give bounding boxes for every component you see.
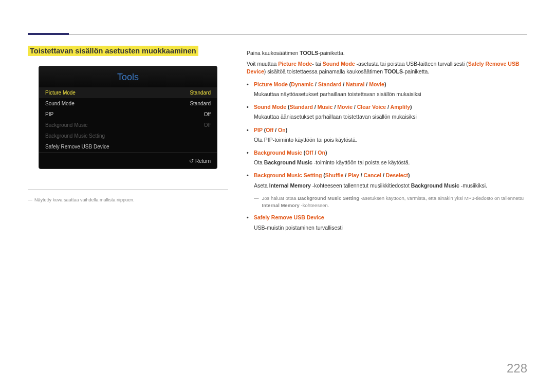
t: Off [305,150,313,156]
t: / [273,127,278,133]
dash-body: Jos haluat ottaa Background Music Settin… [262,195,528,209]
bullet-bg-music-setting: • Background Music Setting (Shuffle / Pl… [247,172,527,179]
sub-text: Ota Background Music -toiminto käyttöön … [254,159,527,166]
bullet-safely-remove: • Safely Remove USB Device [247,214,527,221]
bullet-sound-mode: • Sound Mode (Standard / Music / Movie /… [247,103,527,111]
t: Internal Memory [269,182,311,189]
t: Movie [337,104,353,110]
row-label: Background Music Setting [45,133,211,139]
left-divider [28,189,228,190]
t: Movie [369,81,384,87]
t: Deselect [386,172,408,178]
row-label: PIP [45,111,204,117]
t: ) [286,127,288,133]
t: Play [348,172,359,178]
t: Background Music [254,150,302,156]
t: ) sisältöä toistettaessa painamalla kauk… [264,68,384,74]
return-label: Return [195,158,211,164]
t: PIP [254,127,263,133]
bullet-body: Sound Mode (Standard / Music / Movie / C… [254,103,527,111]
sub-text: Mukauttaa näyttöasetukset parhaillaan to… [254,90,527,98]
top-rule [28,34,527,35]
tools-row-safely-remove[interactable]: Safely Remove USB Device [39,141,217,152]
t: Picture Mode [254,81,288,87]
return-icon: ↺ [189,158,194,164]
t: Off [266,127,273,133]
t: -painiketta. [403,68,429,74]
bullet-body: Picture Mode (Dynamic / Standard / Natur… [254,81,527,88]
bullet-body: PIP (Off / On) [254,126,527,134]
footnote-text: Näytetty kuva saattaa vaihdella mallista… [34,197,135,202]
t: Voit muuttaa [247,61,278,67]
tools-row-picture-mode[interactable]: Picture Mode Standard [39,87,217,98]
t: / [313,150,318,156]
t: Clear Voice [357,104,386,110]
tools-row-bg-music: Background Music Off [39,120,217,130]
row-value: Off [204,122,211,128]
t: / [343,172,348,178]
t: / [313,81,318,87]
t: Standard [318,81,342,87]
t: Background Music Setting [298,195,359,201]
t: / [364,81,369,87]
bullet-pip: • PIP (Off / On) [247,126,527,134]
t: - tai [312,61,322,67]
tools-title: Tools [39,66,217,87]
t: Safely Remove USB Device [254,214,324,220]
section-heading: Toistettavan sisällön asetusten muokkaam… [28,46,198,56]
intro-line-1: Paina kaukosäätimen TOOLS-painiketta. [247,49,527,57]
row-value: Off [204,111,211,117]
t: Natural [346,81,364,87]
t: On [318,150,325,156]
bullet-icon: • [247,172,250,179]
t: -asetuksen käyttöön, varmista, että aina… [359,195,524,201]
t: / [386,104,390,110]
bullet-picture-mode: • Picture Mode (Dynamic / Standard / Nat… [247,81,527,88]
row-label: Picture Mode [45,90,190,96]
t: Picture Mode [278,61,312,67]
t: Background Music [411,182,459,189]
t: / [381,172,386,178]
dash-icon: ― [254,195,259,209]
row-value: Standard [190,90,211,96]
t: Music [318,104,333,110]
t: / [353,104,357,110]
t: ) [325,150,327,156]
t: Sound Mode [323,61,355,67]
t: Paina kaukosäätimen [247,50,300,56]
bullet-body: Background Music Setting (Shuffle / Play… [254,172,527,179]
t: -kohteeseen tallennetut musiikkitiedosto… [311,182,411,189]
t: -kohteeseen. [300,202,329,208]
tools-rows: Picture Mode Standard Sound Mode Standar… [39,87,217,152]
dash-note: ― Jos haluat ottaa Background Music Sett… [254,195,527,209]
t: Internal Memory [262,202,300,208]
t: -painiketta. [318,50,344,56]
t: -musiikiksi. [459,182,487,189]
t: Shuffle [325,172,344,178]
t: Amplify [391,104,411,110]
t: ) [384,81,386,87]
tools-row-pip[interactable]: PIP Off [39,109,217,120]
sub-text: Aseta Internal Memory -kohteeseen tallen… [254,182,527,190]
t: -toiminto käyttöön tai poista se käytöst… [312,159,410,165]
t: Cancel [364,172,381,178]
t: Sound Mode [254,104,286,110]
tools-footer: ↺Return [39,152,217,169]
tools-row-sound-mode[interactable]: Sound Mode Standard [39,98,217,109]
bullet-body: Background Music (Off / On) [254,149,527,157]
tools-panel: Tools Picture Mode Standard Sound Mode S… [39,66,217,169]
bullet-body: Safely Remove USB Device [254,214,527,221]
t: -asetusta tai poistaa USB-laitteen turva… [355,61,468,67]
row-label: Sound Mode [45,101,190,106]
row-label: Safely Remove USB Device [45,144,211,150]
t: Ota [254,159,264,165]
dash-icon: ― [28,197,32,202]
sub-text: USB-muistin poistaminen turvallisesti [254,224,527,232]
bullet-icon: • [247,149,250,157]
tools-row-bg-music-setting: Background Music Setting [39,130,217,141]
row-value: Standard [190,101,211,106]
bullet-icon: • [247,126,250,134]
t: TOOLS [384,68,403,74]
t: Aseta [254,182,269,189]
sub-text: Mukauttaa ääniasetukset parhaillaan tois… [254,113,527,121]
